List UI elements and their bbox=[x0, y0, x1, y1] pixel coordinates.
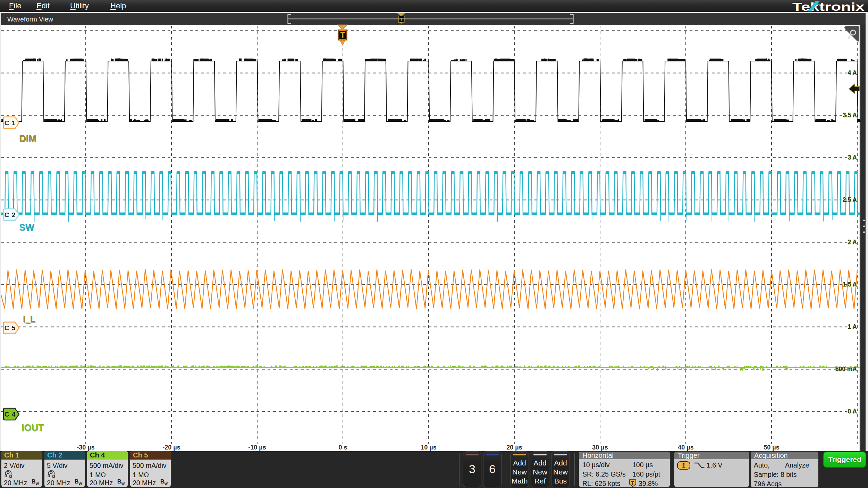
svg-text:T: T bbox=[631, 480, 634, 486]
